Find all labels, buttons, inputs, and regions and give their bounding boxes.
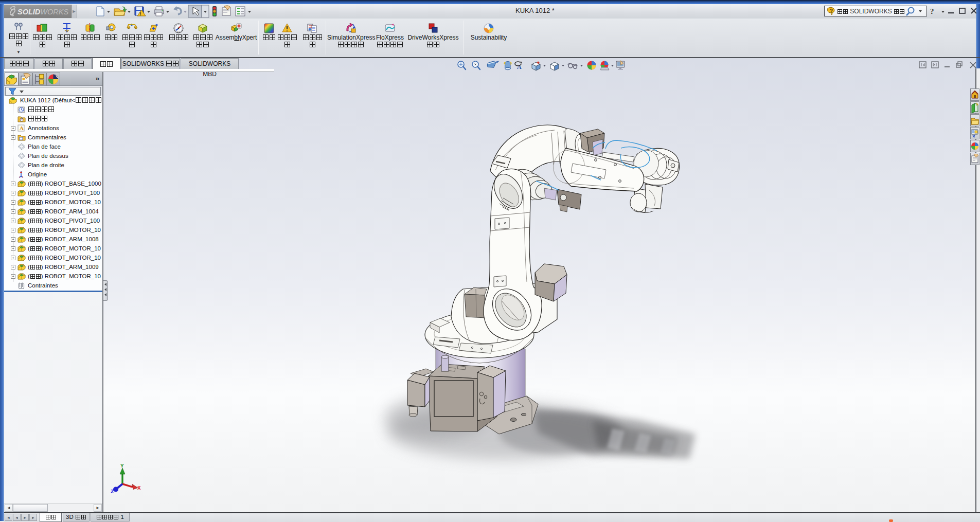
svg-text:X: X: [137, 485, 141, 491]
svg-text:Z: Z: [111, 489, 114, 495]
svg-text:SOLIDWORKS: SOLIDWORKS: [17, 8, 68, 16]
svg-text:?: ?: [830, 8, 833, 14]
svg-text:A: A: [20, 125, 24, 131]
svg-text:!: !: [140, 11, 141, 16]
svg-text:Y: Y: [120, 463, 124, 469]
svg-text:?: ?: [930, 7, 934, 15]
